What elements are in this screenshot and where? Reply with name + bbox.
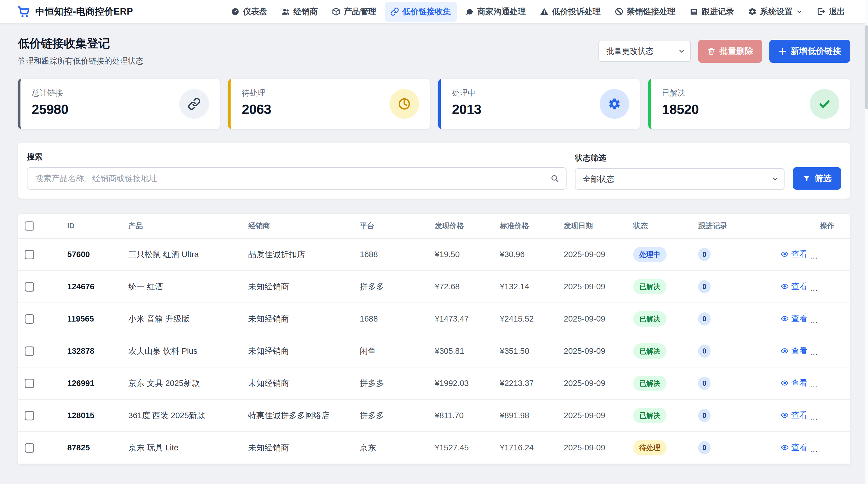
edit-link[interactable]: 编辑 <box>817 378 844 389</box>
edit-link[interactable]: 编辑 <box>817 313 844 324</box>
edit-link[interactable]: 编辑 <box>817 281 844 292</box>
search-input[interactable] <box>27 167 566 190</box>
select-all-checkbox[interactable] <box>25 221 34 231</box>
cell-product: 农夫山泉 饮料 Plus <box>122 335 242 367</box>
view-link[interactable]: 查看 <box>781 410 807 421</box>
cell-found-price: ¥811.70 <box>428 399 493 431</box>
page-scrollbar[interactable] <box>865 0 868 484</box>
nav-item-label: 产品管理 <box>344 6 376 18</box>
nav-item-label: 系统设置 <box>760 6 793 18</box>
status-filter-label: 状态筛选 <box>575 153 784 163</box>
stats-row: 总计链接 25980 待处理 2063 处理中 2013 已解决 18520 <box>18 79 850 129</box>
table-row: 128015 361度 西装 2025新款 特惠佳诚拼多多网络店 拼多多 ¥81… <box>18 399 850 431</box>
nav-item-label: 经销商 <box>293 6 318 18</box>
cell-found-price: ¥19.50 <box>428 238 493 270</box>
view-link[interactable]: 查看 <box>781 345 807 357</box>
cell-date: 2025-09-09 <box>557 431 626 464</box>
filter-card: 搜索 状态筛选 全部状态 筛选 <box>18 142 850 199</box>
cell-platform: 拼多多 <box>353 270 428 303</box>
cell-dealer: 未知经销商 <box>242 431 353 464</box>
nav-item-5[interactable]: 低价投诉处理 <box>534 2 606 22</box>
row-checkbox[interactable] <box>25 314 34 324</box>
trash-icon <box>707 47 716 56</box>
cell-id: 57600 <box>61 238 122 270</box>
cell-id: 126991 <box>61 367 122 399</box>
row-checkbox[interactable] <box>25 411 34 420</box>
cell-platform: 闲鱼 <box>353 335 428 367</box>
chevron-down-icon <box>796 8 803 15</box>
nav-item-6[interactable]: 禁销链接处理 <box>609 2 681 22</box>
bulk-delete-button[interactable]: 批量删除 <box>698 40 762 63</box>
follow-count-badge: 0 <box>698 280 711 293</box>
plus-icon <box>778 47 787 56</box>
cell-dealer: 特惠佳诚拼多多网络店 <box>242 399 353 431</box>
cell-product: 361度 西装 2025新款 <box>122 399 242 431</box>
status-badge: 已解决 <box>633 408 666 423</box>
eye-icon <box>781 379 789 387</box>
signout-icon <box>817 7 826 16</box>
search-group: 搜索 <box>27 152 566 190</box>
column-header-5: 标准价格 <box>493 214 557 238</box>
nav-item-1[interactable]: 经销商 <box>276 2 323 22</box>
list-icon <box>689 7 698 16</box>
bulk-status-select-wrap: 批量更改状态 <box>598 41 691 62</box>
follow-count-badge: 0 <box>698 409 711 422</box>
search-label: 搜索 <box>27 152 566 162</box>
edit-link[interactable]: 编辑 <box>817 249 844 260</box>
column-header-0: ID <box>61 214 122 238</box>
row-checkbox[interactable] <box>25 282 34 292</box>
nav-item-9[interactable]: 退出 <box>811 2 850 22</box>
view-link[interactable]: 查看 <box>781 378 807 389</box>
row-checkbox[interactable] <box>25 347 34 356</box>
cell-standard-price: ¥891.98 <box>493 399 557 431</box>
nav-item-label: 低价投诉处理 <box>552 6 601 18</box>
cell-dealer: 未知经销商 <box>242 270 353 303</box>
filter-button[interactable]: 筛选 <box>793 167 841 190</box>
eye-icon <box>781 250 789 258</box>
bulk-status-select[interactable]: 批量更改状态 <box>598 41 691 62</box>
link-icon <box>390 7 399 16</box>
scrollbar-thumb[interactable] <box>865 25 868 109</box>
edit-link[interactable]: 编辑 <box>817 345 844 357</box>
cell-id: 128015 <box>61 399 122 431</box>
ban-icon <box>615 7 623 16</box>
edit-link[interactable]: 编辑 <box>817 442 844 453</box>
cell-date: 2025-09-09 <box>557 335 626 367</box>
status-badge: 已解决 <box>633 279 666 294</box>
nav-item-7[interactable]: 跟进记录 <box>684 2 740 22</box>
cell-product: 京东 文具 2025新款 <box>122 367 242 399</box>
edit-link[interactable]: 编辑 <box>817 410 844 421</box>
cell-platform: 拼多多 <box>353 367 428 399</box>
row-checkbox[interactable] <box>25 379 34 388</box>
status-badge: 已解决 <box>633 311 666 327</box>
nav-item-3[interactable]: 低价链接收集 <box>385 2 457 22</box>
table-header-row: ID产品经销商平台发现价格标准价格发现日期状态跟进记录操作 <box>18 214 850 238</box>
cell-product: 统一 红酒 <box>122 270 242 303</box>
status-filter-select[interactable]: 全部状态 <box>575 168 784 190</box>
view-link[interactable]: 查看 <box>781 313 807 324</box>
table-row: 87825 京东 玩具 Lite 未知经销商 京东 ¥1527.45 ¥1716… <box>18 431 850 464</box>
status-badge: 待处理 <box>633 440 666 455</box>
eye-icon <box>781 347 789 355</box>
cell-dealer: 未知经销商 <box>242 303 353 335</box>
page-title-block: 低价链接收集登记 管理和跟踪所有低价链接的处理状态 <box>18 36 144 66</box>
view-link[interactable]: 查看 <box>781 281 807 292</box>
cell-platform: 1688 <box>353 303 428 335</box>
view-link[interactable]: 查看 <box>781 249 807 260</box>
brand[interactable]: 中恒知控-电商控价ERP <box>18 5 133 18</box>
nav-item-2[interactable]: 产品管理 <box>326 2 382 22</box>
stat-card: 处理中 2013 <box>438 79 640 129</box>
pencil-icon <box>817 347 825 355</box>
nav-item-8[interactable]: 系统设置 <box>742 2 808 22</box>
view-link[interactable]: 查看 <box>781 442 807 453</box>
cell-product: 三只松鼠 红酒 Ultra <box>122 238 242 270</box>
check-icon <box>810 89 839 119</box>
row-checkbox[interactable] <box>25 250 34 259</box>
add-link-button[interactable]: 新增低价链接 <box>769 40 850 63</box>
table-row: 119565 小米 音箱 升级版 未知经销商 1688 ¥1473.47 ¥24… <box>18 303 850 335</box>
row-checkbox[interactable] <box>25 443 34 453</box>
users-icon <box>281 7 290 16</box>
table-row: 57600 三只松鼠 红酒 Ultra 品质佳诚折扣店 1688 ¥19.50 … <box>18 238 850 270</box>
nav-item-4[interactable]: 商家沟通处理 <box>460 2 531 22</box>
nav-item-0[interactable]: 仪表盘 <box>225 2 273 22</box>
